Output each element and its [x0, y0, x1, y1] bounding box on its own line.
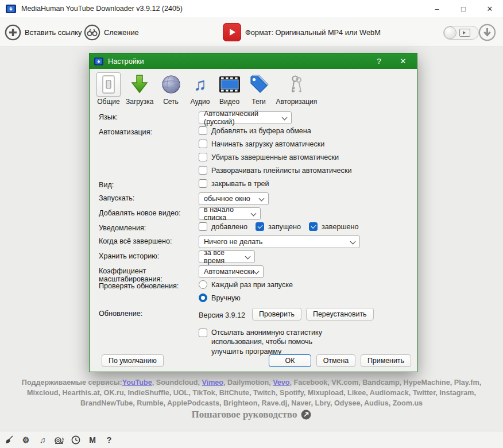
checkbox-remove-completed[interactable]: Убирать завершенные автоматически [199, 153, 339, 161]
dialog-button-row: По умолчанию ОК Отмена Применить [96, 354, 411, 367]
cancel-button[interactable]: Отмена [316, 354, 355, 367]
checkbox-expand-playlists[interactable]: Разворачивать плейлисты автоматически [199, 166, 351, 175]
keys-icon [284, 72, 308, 96]
history-clock-icon[interactable] [70, 434, 82, 446]
paste-link-button[interactable]: Вставить ссылку [5, 17, 82, 47]
language-label: Язык: [99, 111, 199, 121]
checkbox-auto-start[interactable]: Начинать загрузку автоматически [199, 140, 324, 148]
checkbox-icon [199, 179, 207, 188]
language-select[interactable]: Автоматический (русский) [199, 111, 292, 124]
dialog-title: Настройки [108, 57, 144, 65]
checkbox-close-to-tray[interactable]: закрывать в трей [199, 179, 269, 188]
slow-mode-snail-icon[interactable] [53, 434, 65, 446]
tab-download[interactable]: Загрузка [126, 72, 154, 106]
chevron-down-icon [245, 254, 251, 260]
update-label: Обновление: [99, 308, 199, 318]
tab-video[interactable]: Видео [218, 72, 242, 106]
plus-circle-icon [5, 24, 21, 41]
dialog-help-button[interactable]: ? [367, 53, 390, 69]
checkbox-icon [199, 126, 207, 135]
dialog-app-icon [94, 57, 103, 65]
toggle-knob [444, 26, 456, 39]
chevron-down-icon [350, 239, 356, 245]
reinstall-button[interactable]: Переустановить [306, 308, 374, 320]
dialog-titlebar: Настройки ? ✕ [90, 53, 417, 69]
mediahuman-logo-icon[interactable]: M [87, 434, 98, 446]
checkbox-notify-finished[interactable]: завершено [309, 222, 358, 231]
dialog-close-icon[interactable]: ✕ [392, 53, 415, 69]
binoculars-icon [84, 24, 100, 41]
app-icon [6, 5, 16, 13]
checkbox-notify-started[interactable]: запущено [256, 222, 301, 231]
format-label: Формат: Оригинальный MP4 или WebM [245, 28, 381, 37]
app-window: MediaHuman YouTube Downloader v3.9.12 (2… [0, 0, 503, 448]
checkbox-icon [199, 140, 207, 148]
radio-icon [199, 280, 207, 289]
music-note-icon[interactable]: ♫ [37, 434, 48, 446]
main-toolbar: Вставить ссылку Слежение Формат: Оригина… [0, 17, 503, 47]
paste-link-label: Вставить ссылку [25, 28, 82, 37]
launch-select[interactable]: обычное окно [199, 192, 269, 205]
chevron-down-icon [251, 211, 257, 217]
download-button[interactable] [478, 24, 496, 43]
history-label: Хранить историю: [99, 250, 199, 260]
scaling-select[interactable]: Автоматически [199, 265, 264, 278]
help-icon[interactable]: ? [103, 434, 115, 446]
light-switch-icon [96, 72, 121, 96]
check-updates-label: Проверять обновления: [99, 280, 199, 290]
version-text: Версия 3.9.12 [199, 310, 245, 319]
supported-services-text: Поддерживаемые сервисы:YouTube, Soundclo… [8, 378, 495, 409]
vevo-link[interactable]: Vevo [273, 379, 289, 387]
history-select[interactable]: за все время [199, 250, 255, 263]
window-title: MediaHuman YouTube Downloader v3.9.12 (2… [21, 5, 183, 13]
add-new-video-select[interactable]: в начало списка [199, 207, 261, 220]
tab-general[interactable]: Общие [96, 72, 121, 106]
when-done-label: Когда всё завершено: [99, 235, 199, 245]
arrow-circle-icon [301, 410, 311, 420]
checkbox-icon [199, 222, 207, 231]
youtube-link[interactable]: YouTube [122, 379, 152, 387]
status-bar: ⚙ ♫ M ? [0, 431, 503, 448]
when-done-select[interactable]: Ничего не делать [199, 235, 360, 248]
tab-tags[interactable]: Теги [247, 72, 271, 106]
automation-label: Автоматизация: [99, 126, 199, 136]
settings-tabbar: Общие Загрузка [90, 69, 417, 108]
notifications-label: Уведомления: [99, 222, 199, 232]
window-titlebar: MediaHuman YouTube Downloader v3.9.12 (2… [0, 0, 503, 17]
apply-button[interactable]: Применить [361, 354, 411, 367]
checkbox-checked-icon [256, 222, 264, 231]
settings-form: Язык: Автоматический (русский) Автоматиз… [90, 108, 417, 356]
tab-authorization[interactable]: Авторизация [276, 72, 318, 106]
services-prefix: Поддерживаемые сервисы: [22, 379, 122, 387]
launch-label: Запускать: [99, 192, 199, 202]
minimize-icon[interactable]: – [424, 0, 450, 17]
video-mode-toggle[interactable] [443, 26, 479, 40]
check-update-button[interactable]: Проверить [252, 308, 301, 320]
video-icon [459, 29, 470, 37]
format-selector[interactable]: Формат: Оригинальный MP4 или WebM [223, 17, 381, 47]
clear-list-icon[interactable] [3, 434, 15, 446]
maximize-icon[interactable]: □ [450, 0, 477, 17]
settings-gear-icon[interactable]: ⚙ [20, 434, 32, 446]
vimeo-link[interactable]: Vimeo [202, 379, 224, 387]
view-label: Вид: [99, 179, 199, 189]
radio-manually[interactable]: Вручную [199, 293, 241, 302]
watch-label: Слежение [104, 28, 139, 37]
globe-icon [159, 72, 183, 96]
tab-audio[interactable]: ♫ Аудио [188, 72, 212, 106]
defaults-button[interactable]: По умолчанию [102, 354, 164, 367]
radio-check-on-launch[interactable]: Каждый раз при запуске [199, 280, 293, 289]
chevron-down-icon [259, 196, 265, 202]
ok-button[interactable]: ОК [269, 354, 311, 367]
watch-button[interactable]: Слежение [84, 17, 139, 47]
close-icon[interactable]: ✕ [477, 0, 503, 17]
checkbox-notify-added[interactable]: добавлено [199, 222, 247, 231]
step-by-step-guide-link[interactable]: Пошаговое руководство [0, 409, 503, 420]
add-new-video-label: Добавлять новое видео: [99, 207, 199, 217]
tab-network[interactable]: Сеть [159, 72, 183, 106]
film-strip-icon [218, 72, 242, 96]
checkbox-anonymous-stats[interactable]: Отсылать анонимную статистику использова… [199, 328, 325, 356]
checkbox-clipboard-add[interactable]: Добавлять из буфера обмена [199, 126, 311, 135]
chevron-down-icon [282, 115, 288, 121]
settings-dialog: Настройки ? ✕ Общие [89, 53, 417, 372]
